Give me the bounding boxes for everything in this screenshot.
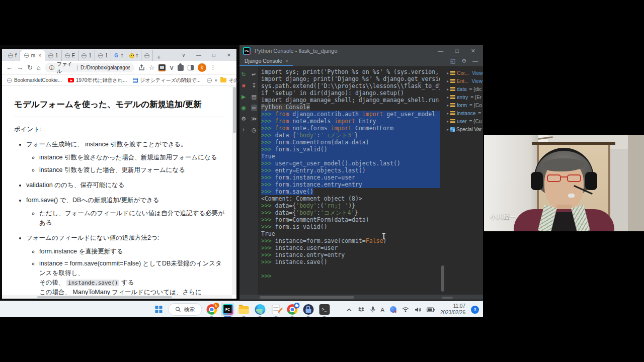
run-icon[interactable]: ▶ — [242, 94, 246, 100]
variable-row[interactable]: ▸Ent...View — [445, 77, 483, 85]
close-button[interactable]: ✕ — [221, 52, 236, 58]
battery-icon[interactable] — [427, 307, 435, 312]
expand-chevron-icon[interactable]: ▸ — [447, 119, 449, 124]
console-horizontal-scrollbar[interactable] — [260, 296, 354, 299]
browser-tab[interactable]: m× — [20, 50, 45, 61]
variables-horizontal-scrollbar[interactable] — [442, 297, 453, 299]
extensions-puzzle-icon[interactable] — [178, 65, 184, 71]
hidden-icons-chevron[interactable] — [346, 308, 352, 312]
expand-chevron-icon[interactable]: ▸ — [447, 103, 449, 108]
expand-chevron-icon[interactable]: ▸ — [447, 95, 449, 100]
history-icon[interactable]: ◷ — [252, 127, 257, 133]
browser-tab[interactable]: 1 — [78, 50, 95, 61]
bookmark-item[interactable]: BookmarkletCookie... — [7, 77, 62, 83]
v-extension-icon[interactable]: V — [170, 65, 173, 71]
browser-tab[interactable] — [141, 50, 153, 61]
variable-row[interactable]: ▸entry= {Er — [445, 93, 483, 101]
taskbar-app-notepad[interactable] — [270, 303, 283, 316]
tab-close-icon[interactable]: × — [38, 53, 41, 58]
address-bar[interactable]: ⓘ ファイル | D:/Dropbox/galapagos/c... — [45, 63, 134, 72]
page-info-icon[interactable]: ⓘ — [49, 64, 54, 71]
share-icon[interactable] — [138, 64, 145, 71]
side-panel-icon[interactable] — [188, 65, 194, 70]
settings-icon[interactable]: ⚙ — [241, 116, 246, 122]
scrollbar-thumb[interactable] — [233, 87, 236, 133]
variable-row[interactable]: ▸data= {dic — [445, 85, 483, 93]
taskbar-app-lock[interactable] — [302, 303, 315, 316]
browser-tab[interactable]: f — [5, 50, 20, 61]
expand-chevron-icon[interactable]: ▸ — [447, 127, 449, 132]
variable-row[interactable]: ▸form= {Co — [445, 101, 483, 109]
home-icon[interactable]: ⌂ — [37, 64, 41, 71]
microphone-icon[interactable] — [370, 306, 375, 313]
expand-chevron-icon[interactable]: ▸ — [447, 111, 449, 116]
show-variables-icon[interactable]: ∞ — [251, 105, 257, 111]
hide-icon[interactable]: — — [472, 58, 478, 64]
page-vertical-scrollbar[interactable] — [232, 86, 236, 295]
taskbar-app-pycharm[interactable]: PC — [221, 303, 234, 316]
bookmark-item[interactable]: 1970年代に録音され... — [68, 77, 127, 84]
browser-menu-icon[interactable]: ⋮ — [210, 64, 216, 71]
variable-row[interactable]: ▸user= {Cu — [445, 117, 483, 125]
browser-tab[interactable]: 1 — [95, 50, 112, 61]
new-tab-button[interactable]: + — [157, 53, 161, 61]
scroll-to-end-icon[interactable]: ↧ — [252, 82, 256, 89]
start-button[interactable] — [152, 303, 166, 316]
back-icon[interactable]: ← — [6, 64, 13, 71]
variable-row[interactable]: ▸Special Var — [445, 125, 483, 133]
soft-wrap-icon[interactable]: ↵ — [252, 71, 256, 78]
scrollbar-thumb[interactable] — [37, 296, 172, 298]
scrollbar-thumb[interactable] — [441, 265, 444, 292]
tab-search-icon[interactable]: ∨ — [176, 52, 191, 58]
print-icon[interactable]: ▤ — [252, 94, 257, 100]
browser-tab[interactable]: t — [111, 50, 126, 61]
taskbar-app-explorer[interactable] — [237, 303, 251, 316]
expand-chevron-icon[interactable]: ▸ — [447, 87, 449, 92]
new-console-icon[interactable]: + — [242, 127, 245, 133]
view-link[interactable]: View — [472, 70, 483, 76]
browser-tab[interactable]: t — [126, 50, 141, 61]
tab-close-icon[interactable]: × — [285, 58, 288, 64]
expand-chevron-icon[interactable]: ▸ — [447, 71, 449, 75]
profile-avatar[interactable]: k — [198, 63, 206, 72]
close-button[interactable]: ✕ — [471, 48, 475, 54]
bookmark-item[interactable] — [207, 78, 212, 83]
taskbar-search[interactable]: 検索 — [169, 303, 202, 316]
view-link[interactable]: View — [471, 78, 482, 84]
maximize-button[interactable]: □ — [206, 52, 221, 58]
screenshot-extension-icon[interactable] — [158, 64, 166, 71]
bookmark-item[interactable]: ジオシティーズの閉鎖で... — [133, 77, 200, 84]
minimize-button[interactable]: — — [438, 48, 443, 54]
execute-all-icon[interactable]: ≫ — [251, 116, 257, 122]
stop-icon[interactable]: ■ — [242, 82, 246, 89]
taskbar-clock[interactable]: 11:07 2023/02/26 — [440, 303, 465, 316]
taskbar-app-terminal[interactable]: >_ — [318, 303, 331, 316]
variable-row[interactable]: ▸Cor...View — [445, 69, 483, 77]
bookmarks-overflow-icon[interactable]: » — [215, 77, 218, 83]
tab-django-console[interactable]: Django Console × — [239, 56, 293, 66]
reload-icon[interactable]: ↻ — [27, 64, 33, 71]
forward-icon[interactable]: → — [17, 64, 23, 71]
ime-mode-indicator[interactable]: A — [381, 307, 384, 313]
taskbar-app-chrome-cloud[interactable] — [286, 303, 299, 316]
taskbar-app-chrome[interactable]: k — [205, 303, 218, 316]
page-horizontal-scrollbar[interactable] — [2, 295, 232, 299]
app-status-icon[interactable] — [390, 306, 396, 313]
settings-icon[interactable]: ⚙ — [461, 58, 466, 64]
volume-icon[interactable] — [415, 307, 421, 313]
bookmark-star-icon[interactable]: ☆ — [149, 64, 155, 71]
rerun-icon[interactable]: ↻ — [242, 71, 246, 78]
maximize-button[interactable]: □ — [455, 48, 459, 54]
debug-bug-icon[interactable]: ◉ — [241, 105, 246, 111]
hide-sidebar-icon[interactable]: ◱ — [450, 58, 455, 64]
python-console[interactable]: import sys; print('Python %s on %s' % (s… — [259, 66, 440, 295]
console-vertical-scrollbar[interactable] — [440, 66, 445, 295]
browser-tab[interactable]: 1 — [45, 50, 62, 61]
wifi-icon[interactable] — [402, 307, 409, 312]
taskbar-app-edge[interactable] — [254, 303, 267, 316]
minimize-button[interactable]: — — [191, 52, 206, 58]
expand-chevron-icon[interactable]: ▸ — [447, 79, 449, 83]
variable-row[interactable]: ▸instance= — [445, 109, 483, 117]
dropbox-icon[interactable] — [358, 307, 365, 313]
browser-tab[interactable]: E — [62, 50, 79, 61]
